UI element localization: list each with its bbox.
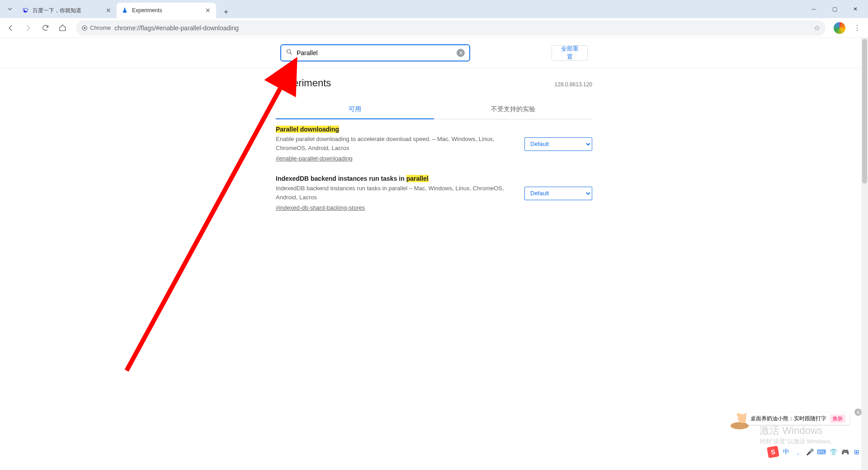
chrome-version: 128.0.6613.120 xyxy=(555,81,592,88)
flag-row: Parallel downloadingEnable parallel down… xyxy=(276,119,592,169)
browser-tabs: 百度一下，你就知道 ✕ Experiments ✕ ＋ xyxy=(17,0,232,18)
flag-state-select[interactable]: Default xyxy=(524,137,592,151)
sogou-logo-icon[interactable]: S xyxy=(767,446,779,458)
tab-baidu[interactable]: 百度一下，你就知道 ✕ xyxy=(17,3,117,18)
flags-header: ✕ 全部重置 xyxy=(0,38,868,68)
reset-all-label: 全部重置 xyxy=(558,45,581,61)
browser-titlebar: 百度一下，你就知道 ✕ Experiments ✕ ＋ ─ ▢ ✕ xyxy=(0,0,868,18)
window-controls: ─ ▢ ✕ xyxy=(805,2,868,16)
reset-all-button[interactable]: 全部重置 xyxy=(552,45,588,61)
new-tab-button[interactable]: ＋ xyxy=(220,5,232,18)
flag-hash-link[interactable]: #enable-parallel-downloading xyxy=(276,155,353,162)
home-button[interactable] xyxy=(55,21,70,35)
ime-tip-bubble[interactable]: 桌面养奶油小熊：实时跟随打字 换肤 xyxy=(746,413,850,425)
forward-button[interactable] xyxy=(21,21,35,35)
ime-icon[interactable]: 🎮 xyxy=(841,448,849,456)
tab-title: 百度一下，你就知道 xyxy=(33,7,105,14)
ime-icon[interactable]: 🎤 xyxy=(806,448,814,456)
ime-bubble-close-icon[interactable]: ✕ xyxy=(854,409,862,416)
ime-icon[interactable]: 👕 xyxy=(829,448,837,456)
tab-label: 不受支持的实验 xyxy=(491,105,535,113)
flag-state-select[interactable]: Default xyxy=(524,187,592,200)
flag-title: IndexedDB backend instances run tasks in… xyxy=(276,175,515,182)
flag-description: IndexedDB backend instances run tasks in… xyxy=(276,184,515,202)
chrome-icon xyxy=(81,25,88,31)
close-icon[interactable]: ✕ xyxy=(105,6,112,15)
page-content: ✕ 全部重置 Experiments 128.0.6613.120 可用 不受支… xyxy=(0,38,868,470)
flag-hash-link[interactable]: #indexed-db-shard-backing-stores xyxy=(276,204,365,211)
profile-avatar[interactable] xyxy=(834,22,845,34)
browser-menu-button[interactable]: ⋮ xyxy=(850,21,864,35)
tab-available[interactable]: 可用 xyxy=(276,100,434,119)
close-window-button[interactable]: ✕ xyxy=(846,2,864,16)
baidu-favicon-icon xyxy=(22,7,29,14)
back-button[interactable] xyxy=(4,21,18,35)
minimize-button[interactable]: ─ xyxy=(805,2,823,16)
address-bar[interactable]: Chrome chrome://flags/#enable-parallel-d… xyxy=(76,20,826,36)
chip-label: Chrome xyxy=(90,24,111,31)
tab-experiments[interactable]: Experiments ✕ xyxy=(117,3,216,18)
tab-unsupported[interactable]: 不受支持的实验 xyxy=(434,100,592,119)
bookmark-star-icon[interactable]: ☆ xyxy=(814,24,820,32)
flags-tabs: 可用 不受支持的实验 xyxy=(276,100,592,119)
tab-label: 可用 xyxy=(349,105,361,113)
flags-list: Parallel downloadingEnable parallel down… xyxy=(276,119,592,218)
page-title: Experiments xyxy=(276,77,331,89)
close-icon[interactable]: ✕ xyxy=(204,6,212,15)
flask-favicon-icon xyxy=(121,7,128,14)
tab-search-dropdown[interactable] xyxy=(3,2,17,16)
browser-toolbar: Chrome chrome://flags/#enable-parallel-d… xyxy=(0,18,868,38)
flag-description: Enable parallel downloading to accelerat… xyxy=(276,135,515,152)
ime-toolbar[interactable]: S 中,🎤⌨👕🎮⊞ xyxy=(768,446,861,457)
flags-body: Experiments 128.0.6613.120 可用 不受支持的实验 Pa… xyxy=(276,68,592,245)
flags-search-input[interactable] xyxy=(297,49,453,56)
scrollbar-thumb[interactable] xyxy=(862,39,867,183)
svg-point-6 xyxy=(737,413,741,417)
ime-bubble-text: 桌面养奶油小熊：实时跟随打字 xyxy=(750,415,826,423)
clear-search-icon[interactable]: ✕ xyxy=(457,49,465,57)
ime-skin-pill[interactable]: 换肤 xyxy=(830,414,845,423)
flags-search-box[interactable]: ✕ xyxy=(280,44,470,61)
site-identity-chip[interactable]: Chrome xyxy=(81,24,111,31)
reload-button[interactable] xyxy=(38,21,52,35)
search-icon xyxy=(286,48,293,57)
ime-icon[interactable]: ⊞ xyxy=(853,448,861,456)
svg-point-1 xyxy=(84,27,85,28)
ime-icon[interactable]: ⌨ xyxy=(817,448,826,456)
tab-title: Experiments xyxy=(132,7,204,14)
flag-row: IndexedDB backend instances run tasks in… xyxy=(276,169,592,218)
svg-point-2 xyxy=(287,50,291,53)
ime-icon[interactable]: 中 xyxy=(782,448,790,456)
flag-title: Parallel downloading xyxy=(276,126,515,133)
maximize-button[interactable]: ▢ xyxy=(826,2,844,16)
ime-icon[interactable]: , xyxy=(794,448,802,456)
url-text: chrome://flags/#enable-parallel-download… xyxy=(114,24,807,32)
